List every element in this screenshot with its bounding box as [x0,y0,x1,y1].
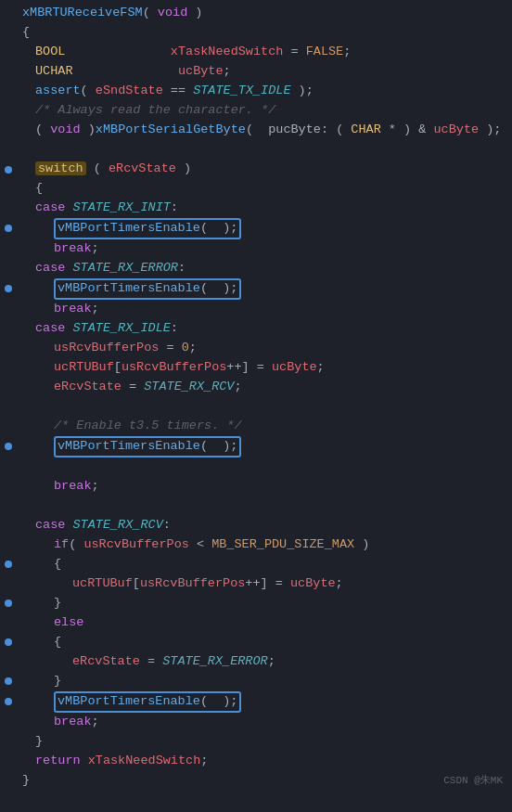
code-text [17,397,512,417]
gutter-dot-marker [0,278,17,300]
code-line: { [0,23,512,43]
gutter-marker [0,496,17,516]
code-line: vMBPortTimersEnable( ); [0,436,512,458]
code-line: return xTaskNeedSwitch; [0,752,512,771]
gutter-marker [0,62,17,82]
gutter-marker [0,319,17,339]
gutter-marker [0,397,17,417]
code-line: /* Always read the character. */ [0,101,512,121]
code-line: case STATE_RX_INIT: [0,199,512,218]
code-text: else [17,613,512,633]
gutter-dot-marker [0,594,17,613]
code-line: } [0,732,512,752]
code-line: ucRTUBuf[usRcvBufferPos++] = ucByte; [0,574,512,594]
gutter-marker [0,239,17,259]
code-line: assert( eSndState == STATE_TX_IDLE ); [0,82,512,101]
code-line: vMBPortTimersEnable( ); [0,218,512,239]
gutter-marker [0,613,17,633]
code-text: break; [17,239,512,259]
code-text: { [17,633,512,652]
code-line: case STATE_RX_IDLE: [0,319,512,339]
code-text: } [17,771,512,791]
code-text: return xTaskNeedSwitch; [17,752,512,771]
code-line: ( void )xMBPortSerialGetByte( pucByte: (… [0,121,512,140]
code-line: { [0,555,512,574]
code-line: } [0,594,512,613]
code-text: if( usRcvBufferPos < MB_SER_PDU_SIZE_MAX… [17,535,512,555]
gutter-marker [0,477,17,496]
code-line: vMBPortTimersEnable( ); [0,278,512,300]
gutter-marker [0,140,17,160]
code-line: eRcvState = STATE_RX_RCV; [0,378,512,397]
gutter-marker [0,179,17,199]
gutter-marker [0,732,17,752]
code-text: UCHAR ucByte; [17,62,512,82]
code-text: vMBPortTimersEnable( ); [17,436,512,458]
gutter-marker [0,378,17,397]
code-text: case STATE_RX_RCV: [17,516,512,535]
code-line: eRcvState = STATE_RX_ERROR; [0,652,512,672]
code-line [0,458,512,477]
code-line: ucRTUBuf[usRcvBufferPos++] = ucByte; [0,358,512,378]
gutter-dot-marker [0,218,17,239]
code-text: { [17,23,512,43]
code-line: case STATE_RX_RCV: [0,516,512,535]
gutter-marker [0,199,17,218]
code-line: /* Enable t3.5 timers. */ [0,417,512,436]
code-line: BOOL xTaskNeedSwitch = FALSE; [0,43,512,62]
gutter-dot-marker [0,555,17,574]
gutter-marker [0,652,17,672]
code-line: usRcvBufferPos = 0; [0,339,512,358]
code-line: } [0,771,512,791]
code-text: case STATE_RX_IDLE: [17,319,512,339]
code-text: ucRTUBuf[usRcvBufferPos++] = ucByte; [17,574,512,594]
code-text: break; [17,713,512,732]
code-line: vMBPortTimersEnable( ); [0,691,512,713]
code-line: if( usRcvBufferPos < MB_SER_PDU_SIZE_MAX… [0,535,512,555]
code-text: assert( eSndState == STATE_TX_IDLE ); [17,82,512,101]
gutter-marker [0,300,17,319]
code-text: /* Enable t3.5 timers. */ [17,417,512,436]
gutter-marker [0,339,17,358]
code-text: vMBPortTimersEnable( ); [17,691,512,713]
code-line: case STATE_RX_ERROR: [0,259,512,278]
gutter-marker [0,752,17,771]
gutter-dot-marker [0,160,17,179]
code-line: xMBRTUReceiveFSM( void ) [0,4,512,23]
gutter-marker [0,516,17,535]
gutter-marker [0,121,17,140]
gutter-marker [0,23,17,43]
code-line: break; [0,300,512,319]
gutter-marker [0,535,17,555]
gutter-marker [0,574,17,594]
code-text: /* Always read the character. */ [17,101,512,121]
code-line [0,496,512,516]
code-text [17,458,512,477]
code-text [17,140,512,160]
gutter-marker [0,259,17,278]
code-line: break; [0,239,512,259]
code-line: } [0,672,512,691]
code-text: xMBRTUReceiveFSM( void ) [17,4,512,23]
code-text: break; [17,477,512,496]
code-text: case STATE_RX_INIT: [17,199,512,218]
code-text: break; [17,300,512,319]
gutter-marker [0,771,17,791]
code-line: { [0,179,512,199]
gutter-marker [0,43,17,62]
code-text: usRcvBufferPos = 0; [17,339,512,358]
code-text: eRcvState = STATE_RX_RCV; [17,378,512,397]
code-line: break; [0,713,512,732]
code-text: vMBPortTimersEnable( ); [17,278,512,300]
gutter-marker [0,713,17,732]
gutter-marker [0,82,17,101]
code-line: UCHAR ucByte; [0,62,512,82]
code-text: } [17,672,512,691]
code-text: ( void )xMBPortSerialGetByte( pucByte: (… [17,121,512,140]
code-text: { [17,179,512,199]
gutter-marker [0,101,17,121]
code-editor: xMBRTUReceiveFSM( void ) { BOOL xTaskNee… [0,0,512,794]
watermark-label: CSDN @朱MK [443,773,503,789]
gutter-dot-marker [0,691,17,713]
gutter-marker [0,358,17,378]
